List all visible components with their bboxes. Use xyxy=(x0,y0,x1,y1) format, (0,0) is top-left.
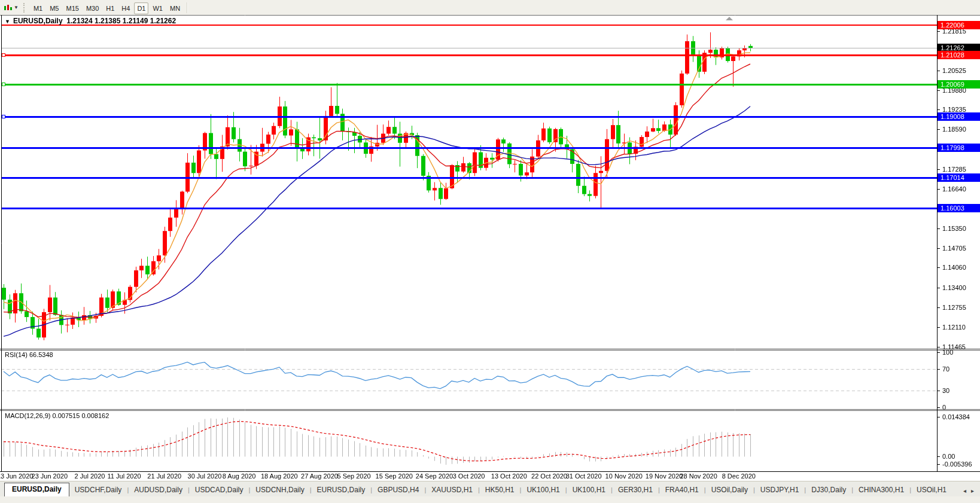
rsi-level-label: 70 xyxy=(942,365,979,373)
rsi-level-label: 0 xyxy=(942,404,979,411)
price-tick-label: 1.16640 xyxy=(942,185,979,193)
price-tick-label: 1.15350 xyxy=(942,225,979,232)
price-chart-canvas[interactable] xyxy=(0,0,980,503)
level-price-box: 1.22006 xyxy=(938,21,980,29)
rsi-indicator-label: RSI(14) 66.5348 xyxy=(5,351,53,358)
level-price-box: 1.19008 xyxy=(938,112,980,121)
price-tick-label: 1.20525 xyxy=(942,67,979,74)
macd-axis-label: -0.005396 xyxy=(942,461,979,468)
chart-title: ▼EURUSD,Daily 1.21324 1.21385 1.21149 1.… xyxy=(5,17,176,25)
price-tick-label: 1.13400 xyxy=(942,284,979,291)
macd-axis-label: 0.014384 xyxy=(942,413,979,420)
rsi-level-label: 30 xyxy=(942,387,979,394)
macd-axis-label: 0.00 xyxy=(942,453,979,460)
trading-terminal-window: ▼ M1M5M15M30H1H4D1W1MN ▼EURUSD,Daily 1.2… xyxy=(0,0,980,503)
price-tick-label: 1.14060 xyxy=(942,264,979,271)
symbol-label: EURUSD,Daily xyxy=(13,17,63,25)
price-tick-label: 1.17285 xyxy=(942,166,979,173)
ohlc-values: 1.21324 1.21385 1.21149 1.21262 xyxy=(66,17,176,25)
price-tick-label: 1.14705 xyxy=(942,245,979,252)
price-tick-label: 1.12755 xyxy=(942,304,979,311)
level-price-box: 1.21028 xyxy=(938,51,980,59)
price-tick-label: 1.12110 xyxy=(942,324,979,331)
price-tick-label: 1.18590 xyxy=(942,126,979,133)
collapse-caret-icon[interactable]: ▼ xyxy=(5,19,10,25)
macd-indicator-label: MACD(12,26,9) 0.007515 0.008162 xyxy=(5,412,109,419)
rsi-level-label: 100 xyxy=(942,349,979,356)
level-price-box: 1.17014 xyxy=(938,173,980,182)
level-price-box: 1.17998 xyxy=(938,144,980,152)
level-price-box: 1.20069 xyxy=(938,80,980,89)
date-label: 8 Dec 2020 xyxy=(714,472,764,480)
level-price-box: 1.16003 xyxy=(938,204,980,212)
